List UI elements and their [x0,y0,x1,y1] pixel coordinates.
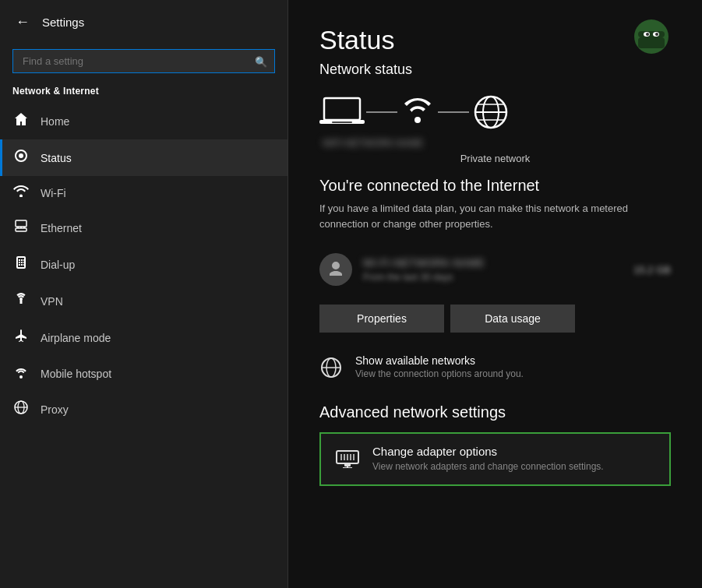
svg-rect-34 [344,463,351,467]
svg-point-1 [19,153,23,158]
sidebar-item-dialup-label: Dial-up [41,259,75,271]
sidebar-section-label: Network & Internet [0,83,288,103]
sidebar-item-ethernet-label: Ethernet [41,222,82,234]
show-networks-icon [319,356,343,385]
sidebar-item-vpn[interactable]: VPN [0,283,288,319]
sidebar: ← Settings 🔍 Network & Internet Home Sta… [0,0,288,588]
connection-card: WI-FI-NETWORK-NAME From the last 30 days… [319,247,671,292]
page-title: Status [319,25,671,55]
network-line-1 [366,111,397,113]
ethernet-icon [12,218,30,238]
globe-icon [471,93,511,131]
airplane-icon [12,328,30,347]
sidebar-item-hotspot-label: Mobile hotspot [41,368,111,380]
search-box[interactable]: 🔍 [12,49,275,73]
back-icon: ← [16,14,30,30]
connection-avatar [319,253,352,286]
show-networks-item[interactable]: Show available networks View the connect… [319,354,671,385]
advanced-settings-title: Advanced network settings [319,403,671,421]
proxy-icon [12,400,30,419]
connection-data-usage: 15.2 GB [633,264,671,276]
svg-rect-16 [638,37,665,48]
wifi-icon [12,185,30,201]
sidebar-item-ethernet[interactable]: Ethernet [0,209,288,246]
sidebar-item-proxy[interactable]: Proxy [0,391,288,428]
adapter-icon [335,446,360,474]
sidebar-item-airplane-label: Airplane mode [41,332,111,344]
sidebar-item-wifi[interactable]: Wi-Fi [0,176,288,209]
svg-rect-2 [16,228,26,231]
sidebar-item-status[interactable]: Status [0,139,288,176]
sidebar-item-home-label: Home [41,115,69,128]
show-networks-text: Show available networks View the connect… [355,354,524,379]
connected-title: You're connected to the Internet [319,177,671,195]
search-icon: 🔍 [255,55,267,67]
connection-name: WI-FI-NETWORK-NAME [363,257,623,269]
sidebar-item-proxy-label: Proxy [41,403,69,416]
network-status-title: Network status [319,62,671,78]
back-button[interactable]: ← [12,11,33,33]
change-adapter-card[interactable]: Change adapter options View network adap… [319,432,671,486]
svg-rect-19 [332,121,352,123]
status-icon [12,148,30,167]
connection-sub: From the last 30 days [363,272,623,283]
sidebar-item-home[interactable]: Home [0,103,288,139]
app-title: Settings [42,16,84,29]
connection-info: WI-FI-NETWORK-NAME From the last 30 days [363,257,623,283]
dialup-icon [12,255,30,274]
sidebar-item-hotspot[interactable]: Mobile hotspot [0,356,288,391]
network-label: Private network [319,153,671,164]
connected-desc: If you have a limited data plan, you can… [319,201,671,231]
network-name-blurred: WIFI-NETWORK-NAME [319,136,671,150]
show-networks-title: Show available networks [355,354,524,367]
router-icon [399,95,436,129]
change-adapter-sub: View network adapters and change connect… [372,461,604,472]
change-adapter-text: Change adapter options View network adap… [372,445,604,472]
data-usage-button[interactable]: Data usage [450,305,575,333]
sidebar-item-airplane[interactable]: Airplane mode [0,319,288,356]
network-line-2 [438,111,469,113]
properties-button[interactable]: Properties [319,305,444,333]
sidebar-item-wifi-label: Wi-Fi [41,187,66,199]
network-diagram [319,93,671,131]
hotspot-icon [12,364,30,382]
laptop-icon [319,95,365,129]
sidebar-item-vpn-label: VPN [41,295,63,308]
sidebar-header: ← Settings [0,0,288,44]
sidebar-item-status-label: Status [41,152,72,164]
change-adapter-title: Change adapter options [372,445,604,458]
vpn-icon [12,291,30,311]
sidebar-item-dialup[interactable]: Dial-up [0,246,288,283]
search-input[interactable] [12,49,275,73]
svg-rect-17 [324,98,360,120]
svg-rect-3 [16,220,26,227]
show-networks-sub: View the connection options around you. [355,368,524,379]
home-icon [12,111,30,131]
svg-rect-11 [638,31,665,37]
action-buttons: Properties Data usage [319,305,671,333]
svg-point-15 [655,33,658,36]
svg-point-14 [646,33,649,36]
main-content: Status Network status [288,0,702,588]
avatar [632,17,671,56]
